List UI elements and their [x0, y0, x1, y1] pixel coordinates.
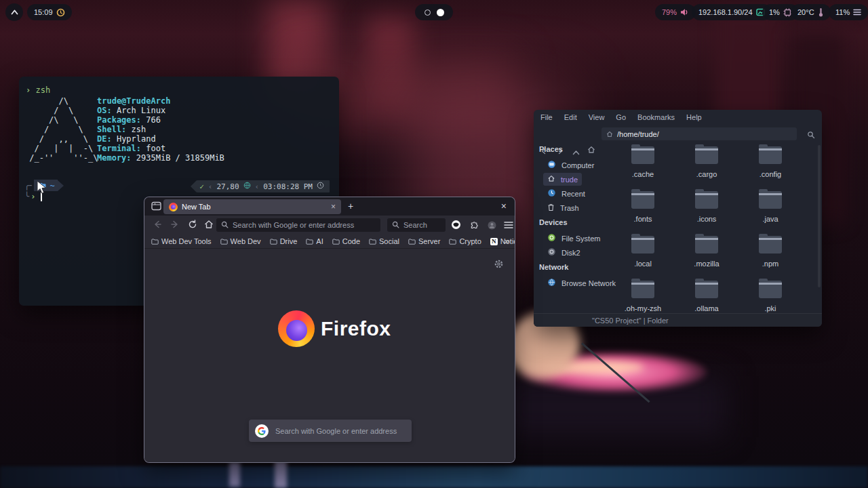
- search-icon[interactable]: [807, 129, 815, 142]
- fetch-value: zsh: [126, 125, 146, 134]
- recent-clock-icon: [547, 189, 556, 198]
- settings-gear-icon[interactable]: [494, 259, 504, 272]
- search-box[interactable]: [387, 218, 446, 232]
- bookmark-folder[interactable]: Web Dev Tools: [151, 237, 212, 245]
- search-input[interactable]: [403, 221, 441, 229]
- clock-label: 15:09: [34, 8, 53, 16]
- back-icon[interactable]: [153, 220, 162, 232]
- newtab-search-bar[interactable]: [249, 420, 412, 442]
- folder-label: .cache: [632, 170, 654, 178]
- path-bar[interactable]: [601, 127, 797, 140]
- volume-widget[interactable]: 79%: [655, 4, 696, 20]
- bookmark-folder[interactable]: Server: [408, 237, 440, 245]
- thermometer-icon: [818, 8, 824, 17]
- sidebar-item-label: Browse Network: [561, 279, 616, 287]
- temperature-widget[interactable]: 20°C: [791, 4, 831, 20]
- folder-item[interactable]: .icons: [675, 186, 738, 230]
- workspace-dot-active[interactable]: [437, 9, 444, 16]
- temperature-label: 20°C: [797, 8, 814, 16]
- path-input[interactable]: [617, 130, 792, 138]
- folder-item[interactable]: .mozilla: [675, 230, 738, 275]
- globe-icon: [243, 182, 251, 191]
- account-icon[interactable]: [488, 220, 496, 232]
- ascii-line: / \: [24, 106, 98, 115]
- bookmark-folder[interactable]: Code: [332, 237, 360, 245]
- menu-help[interactable]: Help: [686, 113, 702, 121]
- url-bar[interactable]: [216, 218, 380, 232]
- sidebar-item-file-system[interactable]: File System: [543, 232, 604, 245]
- tab-close-icon[interactable]: ×: [331, 202, 336, 211]
- menu-edit[interactable]: Edit: [564, 113, 577, 121]
- file-manager-window[interactable]: File Edit View Go Bookmarks Help Places …: [534, 110, 822, 327]
- firefox-window[interactable]: New Tab × + × Web Dev Tools Web: [144, 197, 515, 463]
- sidebar-item-trude[interactable]: trude: [543, 173, 582, 186]
- workspaces-widget[interactable]: [415, 4, 453, 20]
- menu-file[interactable]: File: [540, 113, 553, 121]
- folder-item[interactable]: .cache: [611, 141, 675, 186]
- network-widget[interactable]: 192.168.1.90/24: [692, 4, 772, 20]
- adblocker-mask-icon[interactable]: [451, 220, 461, 232]
- menu-go[interactable]: Go: [616, 113, 626, 121]
- menu-bookmarks[interactable]: Bookmarks: [637, 113, 675, 121]
- firefox-view-icon[interactable]: [151, 201, 161, 214]
- prompt-arrow: ›: [31, 192, 35, 201]
- search-icon: [221, 219, 229, 231]
- newtab-search-input[interactable]: [275, 427, 406, 435]
- workspace-dot-inactive[interactable]: [425, 9, 431, 16]
- fetch-info: trude@TrudeArch OS: Arch Linux Packages:…: [97, 96, 224, 163]
- sidebar-item-label: Computer: [561, 161, 594, 169]
- notion-icon: N: [490, 238, 498, 245]
- folder-item[interactable]: .java: [738, 186, 802, 230]
- bookmark-folder[interactable]: Crypto: [449, 237, 481, 245]
- folder-icon: [631, 281, 654, 298]
- chevron-up-icon: [11, 9, 18, 15]
- folder-icon: [759, 146, 782, 164]
- sidebar-item-recent[interactable]: Recent: [543, 187, 589, 200]
- folder-item[interactable]: .config: [738, 141, 802, 186]
- bookmark-notion[interactable]: NNotion: [490, 237, 515, 245]
- bookmark-folder[interactable]: AI: [306, 237, 323, 245]
- home-icon[interactable]: [587, 144, 595, 157]
- folder-icon: [759, 281, 782, 298]
- folder-icon: [631, 146, 654, 164]
- sidebar-item-trash[interactable]: Trash: [543, 201, 583, 214]
- memory-widget[interactable]: 11%: [829, 4, 868, 20]
- folder-item[interactable]: .cargo: [675, 141, 738, 186]
- sidebar-item-disk2[interactable]: Disk2: [543, 246, 585, 259]
- file-manager-menubar: File Edit View Go Bookmarks Help: [534, 110, 822, 125]
- reload-icon[interactable]: [188, 220, 197, 232]
- menu-hamburger-icon[interactable]: [504, 220, 513, 232]
- chevron-double-right-icon[interactable]: »: [505, 237, 509, 246]
- sidebar-item-label: trude: [561, 176, 578, 184]
- clock-widget[interactable]: 15:09: [27, 4, 72, 20]
- folder-item[interactable]: .local: [611, 230, 675, 275]
- folder-item[interactable]: .fonts: [611, 186, 675, 230]
- forward-icon[interactable]: [170, 220, 180, 232]
- folder-item[interactable]: .npm: [738, 230, 802, 275]
- fetch-label: Packages:: [97, 115, 141, 125]
- folder-icon: [151, 239, 159, 245]
- folder-icon: [631, 236, 654, 253]
- right-prompt: ✓ ‹ 27,80 ‹ 03:08:28 PM: [197, 180, 330, 192]
- launcher-button[interactable]: [5, 3, 23, 21]
- sidebar-item-label: Recent: [561, 190, 585, 198]
- tab-new-tab[interactable]: New Tab ×: [163, 199, 341, 214]
- bookmark-folder[interactable]: Web Dev: [220, 237, 261, 245]
- home-icon[interactable]: [204, 220, 214, 232]
- powerline-separator: [191, 180, 197, 192]
- extensions-puzzle-icon[interactable]: [469, 220, 479, 232]
- sidebar-item-browse-network[interactable]: Browse Network: [543, 277, 620, 289]
- url-input[interactable]: [233, 221, 376, 229]
- speaker-icon: [680, 8, 689, 16]
- sidebar-item-computer[interactable]: Computer: [543, 159, 598, 171]
- vertical-scrollbar[interactable]: [818, 145, 821, 287]
- bookmark-folder[interactable]: Drive: [270, 237, 298, 245]
- folder-label: .npm: [762, 260, 778, 268]
- ascii-line: /\: [24, 96, 98, 106]
- bookmark-folder[interactable]: Social: [369, 237, 399, 245]
- window-close-icon[interactable]: ×: [501, 201, 507, 211]
- new-tab-icon[interactable]: +: [348, 201, 353, 211]
- memory-icon: [853, 9, 861, 16]
- menu-view[interactable]: View: [589, 113, 605, 121]
- up-icon[interactable]: [572, 146, 580, 158]
